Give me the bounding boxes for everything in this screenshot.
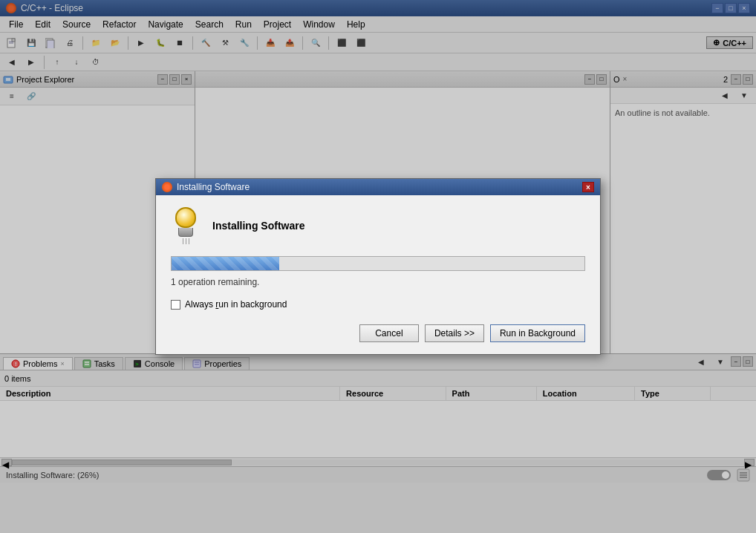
bulb-base [178,228,193,237]
bulb-glass [175,207,196,228]
bulb-line-2 [186,238,186,244]
progress-stripes [172,257,279,270]
dialog-icon [162,182,172,192]
dialog-titlebar: Installing Software × [156,179,600,195]
dialog-body: Installing Software 1 operation remainin… [156,195,600,354]
dialog-title-left: Installing Software [162,182,250,192]
dialog-header-row: Installing Software [171,207,585,244]
dialog-close-button[interactable]: × [582,182,594,192]
bulb-icon [171,207,201,244]
progress-bar-container [171,256,585,271]
dialog-buttons: Cancel Details >> Run in Background [171,324,585,342]
dialog-title-text: Installing Software [177,182,250,192]
bulb-line-1 [183,238,183,244]
bulb-lines [171,238,201,244]
cancel-button[interactable]: Cancel [359,324,419,342]
always-run-checkbox[interactable] [171,300,180,310]
checkbox-label: Always run in background [185,299,287,310]
dialog-header-text: Installing Software [212,220,304,232]
installing-dialog: Installing Software × Installing Softwar… [155,178,601,355]
details-button[interactable]: Details >> [425,324,484,342]
checkbox-underline-r: r [215,299,218,310]
progress-bar-fill [172,257,279,270]
modal-overlay: Installing Software × Installing Softwar… [0,0,756,533]
checkbox-row: Always run in background [171,299,585,310]
operation-text: 1 operation remaining. [171,277,585,287]
run-in-background-button[interactable]: Run in Background [490,324,585,342]
bulb-line-3 [189,238,189,244]
